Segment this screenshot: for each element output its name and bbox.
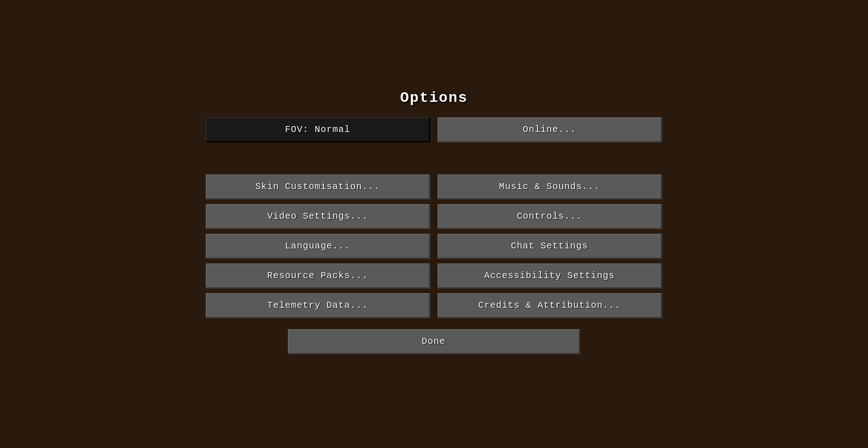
row-skin-music: Skin Customisation... Music & Sounds... [206, 174, 662, 200]
row-resource-accessibility: Resource Packs... Accessibility Settings [206, 264, 662, 289]
row-video-controls: Video Settings... Controls... [206, 204, 662, 229]
skin-customisation-button[interactable]: Skin Customisation... [206, 174, 430, 200]
music-sounds-button[interactable]: Music & Sounds... [438, 174, 662, 200]
done-button[interactable]: Done [288, 329, 580, 354]
video-settings-button[interactable]: Video Settings... [206, 204, 430, 229]
chat-settings-button[interactable]: Chat Settings [438, 234, 662, 259]
row-language-chat: Language... Chat Settings [206, 234, 662, 259]
language-button[interactable]: Language... [206, 234, 430, 259]
page-title: Options [400, 90, 468, 106]
online-button[interactable]: Online... [438, 117, 662, 142]
fov-button[interactable]: FOV: Normal [206, 117, 430, 142]
row-telemetry-credits: Telemetry Data... Credits & Attribution.… [206, 293, 662, 318]
row-done: Done [206, 323, 662, 354]
resource-packs-button[interactable]: Resource Packs... [206, 264, 430, 289]
options-container: Options FOV: Normal Online... Skin Custo… [206, 90, 662, 359]
telemetry-data-button[interactable]: Telemetry Data... [206, 293, 430, 318]
accessibility-settings-button[interactable]: Accessibility Settings [438, 264, 662, 289]
row-fov-online: FOV: Normal Online... [206, 117, 662, 142]
credits-attribution-button[interactable]: Credits & Attribution... [438, 293, 662, 318]
controls-button[interactable]: Controls... [438, 204, 662, 229]
